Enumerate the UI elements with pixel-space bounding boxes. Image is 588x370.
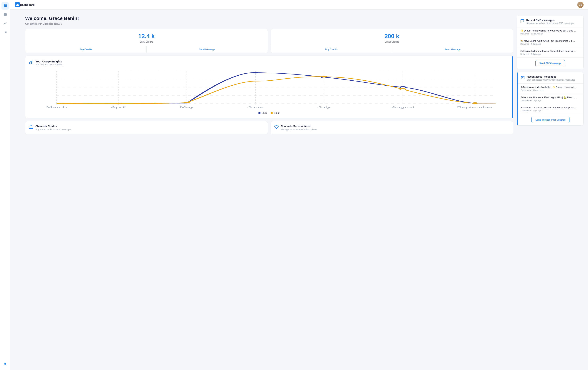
email-card-actions: Buy Credits Send Message xyxy=(271,46,513,53)
svg-point-23 xyxy=(116,103,121,104)
channels-credits-desc: Buy some credits to send messages. xyxy=(35,128,72,131)
sms-send-message-button[interactable]: Send Message xyxy=(147,46,268,53)
credit-cards-row: 12.4 k SMS Credits Buy Credits Send Mess… xyxy=(25,29,513,53)
sidebar-item-profile[interactable] xyxy=(1,360,9,368)
channels-credits-title: Channels Credits xyxy=(35,125,72,128)
email-message-2[interactable]: Reminder – Special Deals on Realtors Clu… xyxy=(518,104,583,114)
email-message-0-meta: Delivered • 15 hours ago xyxy=(521,89,580,91)
insights-icon xyxy=(29,60,33,65)
svg-text:September: September xyxy=(456,106,493,108)
svg-rect-2 xyxy=(4,6,5,7)
topbar: Dashboard GB xyxy=(10,0,588,10)
svg-point-26 xyxy=(400,89,406,90)
sms-credits-label: SMS Credits xyxy=(29,40,264,43)
main-content: Welcome, Grace Benin! Get started with C… xyxy=(21,10,588,370)
chart-legend: SMS Email xyxy=(29,112,509,114)
app-logo xyxy=(15,2,20,7)
sms-message-1[interactable]: 🏡 New Listing Alert! Check out this stun… xyxy=(517,37,583,47)
sms-card-actions: Buy Credits Send Message xyxy=(25,46,268,53)
sidebar-item-analytics[interactable] xyxy=(1,20,9,27)
channels-subscriptions-icon xyxy=(274,125,279,130)
left-panel: Welcome, Grace Benin! Get started with C… xyxy=(25,16,513,364)
send-email-button[interactable]: Send another email updates xyxy=(532,117,569,123)
chart-container: March April May June July August Septemb… xyxy=(29,69,509,110)
svg-text:May: May xyxy=(180,106,194,108)
recent-email-section: Recent Email messages Stay connected wit… xyxy=(517,72,584,126)
sidebar-item-settings[interactable] xyxy=(1,29,9,36)
sms-message-0-text: ✨ Dream home waiting for you! We've got … xyxy=(520,29,576,32)
email-message-0[interactable]: 2-Bedtoom condo Available | ✨ Dream home… xyxy=(518,83,583,94)
arrow-down-icon: ↓ xyxy=(61,22,62,25)
send-sms-btn-wrap: Send SMS Message xyxy=(517,58,583,69)
insights-desc: See how you use Channels. xyxy=(35,63,63,66)
sms-message-1-text: 🏡 New Listing Alert! Check out this stun… xyxy=(520,40,576,42)
sidebar-item-dashboard[interactable] xyxy=(1,2,9,10)
recent-email-desc: Stay connected with your recent email me… xyxy=(527,79,575,81)
recent-sms-desc: Stay connected with your recent SMS mess… xyxy=(526,22,574,25)
svg-rect-3 xyxy=(5,6,7,7)
subtitle: Get started with Channels below ↓ xyxy=(25,22,513,25)
sms-message-0-meta: Delivered • 15 hours ago xyxy=(520,33,580,35)
avatar[interactable]: GB xyxy=(577,2,584,8)
recent-sms-header-text: Recent SMS messages Stay connected with … xyxy=(526,19,574,25)
email-credits-label: Email Credits xyxy=(275,40,509,43)
email-legend-dot xyxy=(271,112,273,114)
svg-rect-1 xyxy=(5,4,7,6)
email-buy-credits-button[interactable]: Buy Credits xyxy=(271,46,392,53)
send-email-btn-wrap: Send another email updates xyxy=(518,114,583,125)
sms-legend-label: SMS xyxy=(262,112,267,114)
right-panel: Recent SMS messages Stay connected with … xyxy=(517,16,584,364)
svg-point-19 xyxy=(253,72,258,73)
svg-text:August: August xyxy=(391,106,415,108)
bottom-cards: Channels Credits Buy some credits to sen… xyxy=(25,121,513,134)
channels-subscriptions-card[interactable]: Channels Subscriptions Manage your chann… xyxy=(271,121,513,134)
email-message-1-text: 3-bedroom Homes at East Legon Hills | 🏡 … xyxy=(521,96,577,99)
sidebar xyxy=(0,0,10,370)
welcome-heading: Welcome, Grace Benin! xyxy=(25,16,513,21)
sms-credit-top: 12.4 k SMS Credits xyxy=(25,29,268,46)
svg-rect-5 xyxy=(31,62,32,64)
recent-email-header: Recent Email messages Stay connected wit… xyxy=(518,72,583,83)
sms-message-1-meta: Delivered • 4 days ago xyxy=(520,43,580,45)
svg-rect-6 xyxy=(32,61,33,64)
channels-subscriptions-title: Channels Subscriptions xyxy=(281,125,318,128)
email-section-icon xyxy=(521,76,525,80)
insights-header: Your Usage Insights See how you use Chan… xyxy=(29,60,509,66)
sms-legend-dot xyxy=(258,112,261,114)
channels-credits-card[interactable]: Channels Credits Buy some credits to sen… xyxy=(25,121,268,134)
recent-email-title: Recent Email messages xyxy=(527,75,575,78)
channels-credits-text: Channels Credits Buy some credits to sen… xyxy=(35,125,72,131)
recent-sms-header: Recent SMS messages Stay connected with … xyxy=(517,16,583,27)
usage-insights-card: Your Usage Insights See how you use Chan… xyxy=(25,56,513,118)
email-message-0-text: 2-Bedtoom condo Available | ✨ Dream home… xyxy=(521,86,577,89)
svg-point-25 xyxy=(321,76,327,77)
sms-buy-credits-button[interactable]: Buy Credits xyxy=(25,46,147,53)
sms-message-0[interactable]: ✨ Dream home waiting for you! We've got … xyxy=(517,27,583,37)
insights-text: Your Usage Insights See how you use Chan… xyxy=(35,60,63,66)
sms-credits-number: 12.4 k xyxy=(29,33,264,40)
insights-right-bar xyxy=(512,56,513,118)
recent-email-header-text: Recent Email messages Stay connected wit… xyxy=(527,75,575,81)
sms-credit-card: 12.4 k SMS Credits Buy Credits Send Mess… xyxy=(25,29,268,53)
email-message-1[interactable]: 3-bedroom Homes at East Legon Hills | 🏡 … xyxy=(518,94,583,104)
email-credit-top: 200 k Email Credits xyxy=(271,29,513,46)
sms-section-icon xyxy=(520,19,524,24)
sms-message-2-meta: Delivered • 7 days ago xyxy=(520,53,580,55)
sms-message-2-text: Calling out all home lovers. Special dea… xyxy=(520,50,576,52)
recent-sms-title: Recent SMS messages xyxy=(526,19,574,22)
page-title: Dashboard xyxy=(20,3,34,6)
channels-subscriptions-text: Channels Subscriptions Manage your chann… xyxy=(281,125,318,131)
sidebar-item-messages[interactable] xyxy=(1,11,9,19)
send-sms-button[interactable]: Send SMS Message xyxy=(535,60,565,66)
svg-point-27 xyxy=(472,102,478,104)
email-legend: Email xyxy=(271,112,280,114)
svg-text:July: July xyxy=(317,106,331,108)
email-message-2-meta: Delivered • 7 days ago xyxy=(521,110,580,112)
svg-text:April: April xyxy=(111,106,126,108)
sms-message-2[interactable]: Calling out all home lovers. Special dea… xyxy=(517,47,583,58)
email-send-message-button[interactable]: Send Message xyxy=(392,46,513,53)
svg-rect-0 xyxy=(4,4,5,6)
insights-title: Your Usage Insights xyxy=(35,60,63,63)
recent-sms-section: Recent SMS messages Stay connected with … xyxy=(517,16,584,69)
usage-chart: March April May June July August Septemb… xyxy=(29,69,509,110)
